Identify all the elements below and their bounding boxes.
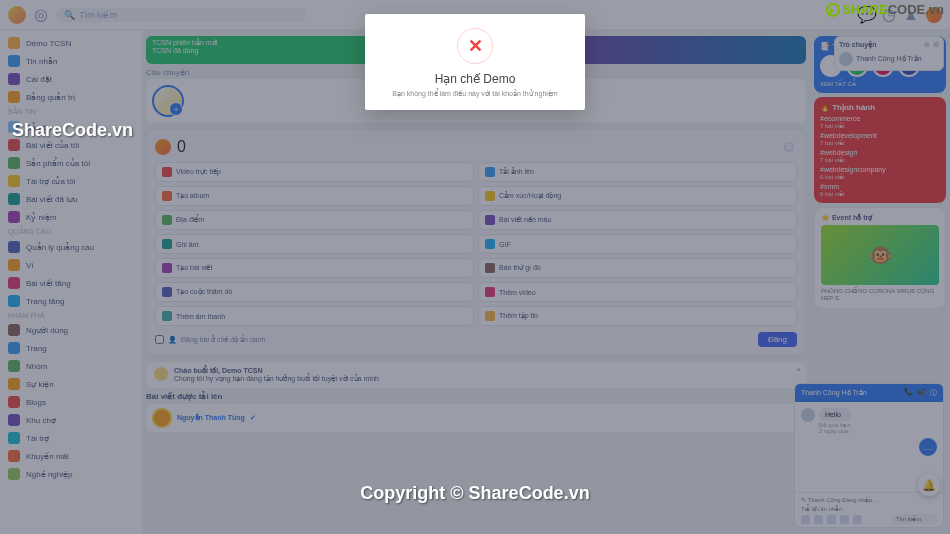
close-circle-icon: ✕ <box>457 28 493 64</box>
dialog-title: Hạn chế Demo <box>377 72 573 86</box>
watermark-logo: SHARECODE.vn <box>826 2 944 17</box>
dialog-text: Bạn không thể làm điều này với tài khoản… <box>377 90 573 98</box>
demo-limit-dialog: ✕ Hạn chế Demo Bạn không thể làm điều nà… <box>365 14 585 110</box>
watermark: Copyright © ShareCode.vn <box>360 483 589 504</box>
watermark: ShareCode.vn <box>12 120 133 141</box>
modal-overlay[interactable]: ✕ Hạn chế Demo Bạn không thể làm điều nà… <box>0 0 950 534</box>
